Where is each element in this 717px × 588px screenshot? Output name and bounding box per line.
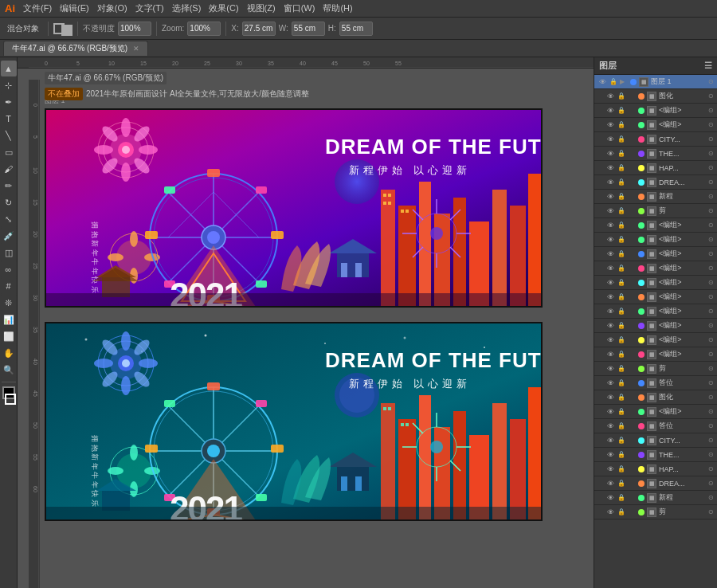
layer-eye-icon[interactable]: 👁 <box>605 163 615 173</box>
symbol-tool[interactable]: ❊ <box>1 295 17 311</box>
layer-eye-icon[interactable]: 👁 <box>605 436 615 445</box>
layer-lock-icon[interactable]: 🔒 <box>617 178 625 186</box>
layer-eye-icon[interactable]: 👁 <box>605 479 615 488</box>
layer-lock-icon[interactable]: 🔒 <box>609 78 617 86</box>
layer-item[interactable]: 👁 🔒 ▦ CITY... ⊙ <box>594 132 717 147</box>
layer-lock-icon[interactable]: 🔒 <box>617 236 625 244</box>
layer-eye-icon[interactable]: 👁 <box>605 106 615 116</box>
layer-item[interactable]: 👁 🔒 ▦ THE... ⊙ <box>594 147 717 161</box>
layer-lock-icon[interactable]: 🔒 <box>617 351 625 359</box>
type-tool[interactable]: T <box>1 111 17 127</box>
layer-eye-icon[interactable]: 👁 <box>605 120 615 130</box>
menu-type[interactable]: 文字(T) <box>135 2 164 14</box>
layer-lock-icon[interactable]: 🔒 <box>617 394 625 402</box>
eyedropper-tool[interactable]: 💉 <box>1 228 17 244</box>
layer-item[interactable]: 👁 🔒 ▦ <编组> ⊙ <box>594 276 717 290</box>
layer-lock-icon[interactable]: 🔒 <box>617 279 625 287</box>
layer-item[interactable]: 👁 🔒 ▦ HAP... ⊙ <box>594 161 717 175</box>
artboard-1[interactable]: 2021 <box>45 108 543 308</box>
direct-select-tool[interactable]: ⊹ <box>1 77 17 93</box>
layer-item[interactable]: 👁 🔒 ▦ 图化 ⊙ <box>594 390 717 405</box>
pencil-tool[interactable]: ✏ <box>1 178 17 194</box>
layer-eye-icon[interactable]: 👁 <box>605 178 615 187</box>
layer-eye-icon[interactable]: 👁 <box>605 92 615 101</box>
layer-lock-icon[interactable]: 🔒 <box>617 308 625 316</box>
layer-item[interactable]: 👁 🔒 ▦ 答位 ⊙ <box>594 419 717 433</box>
layer-eye-icon[interactable]: 👁 <box>605 235 615 245</box>
layer-eye-icon[interactable]: 👁 <box>605 206 615 216</box>
select-tool[interactable]: ▲ <box>1 61 17 76</box>
layer-options-icon[interactable]: ⊙ <box>708 308 714 315</box>
layer-options-icon[interactable]: ⊙ <box>708 422 714 429</box>
artboard-tool[interactable]: ⬜ <box>1 328 17 344</box>
layer-eye-icon[interactable]: 👁 <box>605 249 615 259</box>
layer-options-icon[interactable]: ⊙ <box>708 121 714 128</box>
layer-lock-icon[interactable]: 🔒 <box>617 465 625 473</box>
layer-item[interactable]: 👁 🔒 ▦ <编组> ⊙ <box>594 118 717 132</box>
stroke-color[interactable] <box>5 394 16 405</box>
layer-item[interactable]: 👁 🔒 ▦ HAP... ⊙ <box>594 462 717 476</box>
layer-eye-icon[interactable]: 👁 <box>605 307 615 316</box>
layer-options-icon[interactable]: ⊙ <box>708 408 714 415</box>
brush-tool[interactable]: 🖌 <box>1 161 17 177</box>
layer-eye-icon[interactable]: 👁 <box>605 278 615 288</box>
layer-eye-icon[interactable]: 👁 <box>605 135 615 144</box>
layer-lock-icon[interactable]: 🔒 <box>617 379 625 387</box>
layer-options-icon[interactable]: ⊙ <box>708 494 714 501</box>
layer-eye-icon[interactable]: 👁 <box>605 321 615 331</box>
menu-help[interactable]: 帮助(H) <box>323 2 352 14</box>
layer-eye-icon[interactable]: 👁 <box>605 378 615 388</box>
menu-effect[interactable]: 效果(C) <box>209 2 238 14</box>
layer-eye-icon[interactable]: 👁 <box>605 221 615 230</box>
doc-tab-close[interactable]: ✕ <box>133 45 139 53</box>
layer-lock-icon[interactable]: 🔒 <box>617 250 625 258</box>
layer-eye-icon[interactable]: 👁 <box>605 393 615 402</box>
layer-options-icon[interactable]: ⊙ <box>708 164 714 171</box>
layer-lock-icon[interactable]: 🔒 <box>617 221 625 229</box>
h-input[interactable] <box>339 22 373 36</box>
layer-lock-icon[interactable]: 🔒 <box>617 336 625 344</box>
w-input[interactable] <box>292 22 325 36</box>
layer-lock-icon[interactable]: 🔒 <box>617 164 625 172</box>
mesh-tool[interactable]: # <box>1 278 17 294</box>
menu-object[interactable]: 对象(O) <box>97 2 127 14</box>
x-input[interactable] <box>242 22 276 36</box>
layer-item[interactable]: 👁 🔒 ▦ 剪 ⊙ <box>594 204 717 218</box>
layer-item[interactable]: 👁 🔒 ▦ <编组> ⊙ <box>594 319 717 333</box>
layer-eye-icon[interactable]: 👁 <box>605 493 615 503</box>
layer-item[interactable]: 👁 🔒 ▦ <编组> ⊙ <box>594 233 717 247</box>
artboard-2[interactable]: 2021 <box>45 322 543 521</box>
layer-lock-icon[interactable]: 🔒 <box>617 494 625 502</box>
layer-lock-icon[interactable]: 🔒 <box>617 92 625 100</box>
layer-eye-icon[interactable]: 👁 <box>605 192 615 202</box>
layer-options-icon[interactable]: ⊙ <box>708 78 714 85</box>
layer-eye-icon[interactable]: 👁 <box>605 264 615 273</box>
layer-options-icon[interactable]: ⊙ <box>708 480 714 487</box>
layer-lock-icon[interactable]: 🔒 <box>617 422 625 430</box>
layer-options-icon[interactable]: ⊙ <box>708 178 714 186</box>
layer-options-icon[interactable]: ⊙ <box>708 394 714 401</box>
layer-eye-icon[interactable]: 👁 <box>605 465 615 474</box>
menu-select[interactable]: 选择(S) <box>172 2 202 14</box>
layer-options-icon[interactable]: ⊙ <box>708 236 714 243</box>
layer-item[interactable]: 👁 🔒 ▦ THE... ⊙ <box>594 448 717 462</box>
layer-item[interactable]: 👁 🔒 ▦ <编组> ⊙ <box>594 304 717 319</box>
layer-lock-icon[interactable]: 🔒 <box>617 193 625 201</box>
layer-options-icon[interactable]: ⊙ <box>708 365 714 372</box>
layer-options-icon[interactable]: ⊙ <box>708 465 714 472</box>
layer-lock-icon[interactable]: 🔒 <box>617 451 625 459</box>
layer-eye-icon[interactable]: 👁 <box>605 350 615 359</box>
layer-options-icon[interactable]: ⊙ <box>708 193 714 200</box>
layer-lock-icon[interactable]: 🔒 <box>617 322 625 330</box>
graph-tool[interactable]: 📊 <box>1 312 17 327</box>
layer-options-icon[interactable]: ⊙ <box>708 135 714 143</box>
layer-lock-icon[interactable]: 🔒 <box>617 480 625 488</box>
pen-tool[interactable]: ✒ <box>1 94 17 110</box>
layer-options-icon[interactable]: ⊙ <box>708 451 714 458</box>
layer-item[interactable]: 👁 🔒 ▦ <编组> ⊙ <box>594 405 717 419</box>
canvas-content[interactable]: 0 5 10 15 20 25 30 35 40 45 50 55 60 <box>29 69 594 588</box>
layers-panel-menu[interactable]: ☰ <box>704 61 712 71</box>
layer-eye-icon[interactable]: 👁 <box>605 450 615 460</box>
layer-lock-icon[interactable]: 🔒 <box>617 107 625 115</box>
layer-item[interactable]: 👁 🔒 ▦ <编组> ⊙ <box>594 347 717 362</box>
